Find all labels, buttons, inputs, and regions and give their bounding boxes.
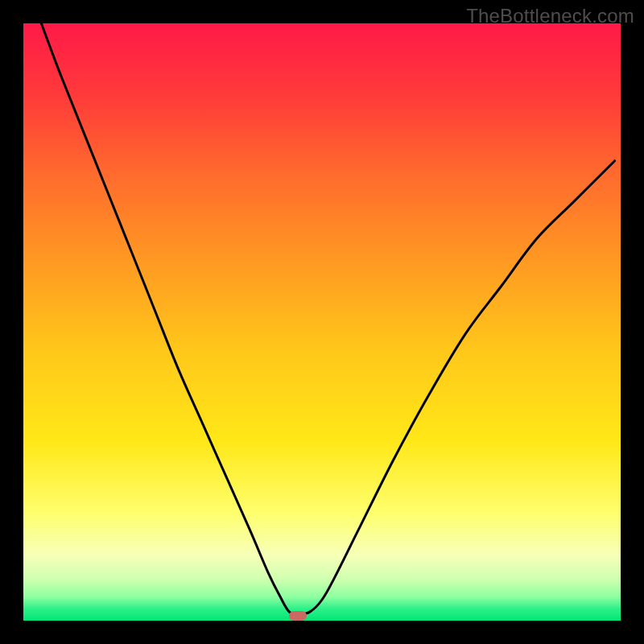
chart-plot-area xyxy=(23,23,621,621)
bottleneck-curve xyxy=(23,23,621,621)
minimum-marker xyxy=(289,611,307,621)
watermark-text: TheBottleneck.com xyxy=(466,5,634,27)
